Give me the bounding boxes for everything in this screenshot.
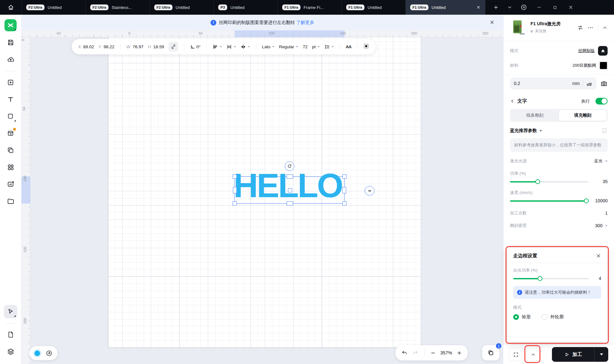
- radio-rectangle[interactable]: 矩形: [513, 314, 531, 320]
- power-slider[interactable]: [510, 179, 588, 184]
- collapse-settings-button[interactable]: [526, 348, 540, 361]
- resize-handle-w[interactable]: [233, 187, 237, 193]
- rotate-handle[interactable]: [285, 161, 294, 171]
- page-settings-button[interactable]: [4, 328, 17, 341]
- radio-outline[interactable]: 外轮廓: [542, 314, 564, 320]
- preset-label[interactable]: 蓝光推荐参数: [510, 128, 537, 134]
- tab-document-1[interactable]: F2 UltraUntitled: [21, 0, 85, 15]
- close-window-icon[interactable]: [568, 5, 573, 10]
- shape-tool-button[interactable]: [4, 110, 17, 123]
- zoom-out-icon[interactable]: [430, 350, 436, 356]
- thickness-input[interactable]: 0.2 mm A: [510, 77, 596, 89]
- tab-list-chevron-icon[interactable]: [507, 5, 512, 10]
- template-button[interactable]: [4, 127, 17, 140]
- distort-handle[interactable]: [365, 186, 374, 196]
- tab-document-2[interactable]: F2 UltraStainless...: [85, 0, 149, 15]
- screen-print-icon[interactable]: [598, 46, 608, 56]
- font-unit-select[interactable]: pt: [312, 44, 320, 49]
- outline-mode-button[interactable]: [363, 43, 369, 50]
- cloud-upload-button[interactable]: [4, 53, 17, 66]
- duplicate-tool-button[interactable]: [4, 143, 17, 157]
- h-value[interactable]: 18.59: [153, 44, 164, 49]
- frame-power-slider[interactable]: [513, 276, 589, 281]
- new-tab-icon[interactable]: [493, 4, 499, 10]
- process-button[interactable]: 加工: [552, 347, 608, 362]
- minimize-icon[interactable]: [537, 5, 542, 10]
- resize-handle-se[interactable]: [342, 201, 347, 205]
- lock-ratio-button[interactable]: [169, 42, 178, 51]
- w-value[interactable]: 76.97: [132, 44, 143, 49]
- resize-handle-s[interactable]: [287, 201, 293, 205]
- resize-handle-nw[interactable]: [233, 174, 237, 179]
- canvas-area[interactable]: -50 0 50 100 150 200 250 0 50 100 150 20…: [21, 30, 503, 364]
- x-value[interactable]: 89.02: [83, 44, 94, 49]
- dialog-close-icon[interactable]: [596, 253, 601, 259]
- tab-fill-engrave[interactable]: 填充雕刻: [559, 110, 607, 121]
- process-dropdown[interactable]: [594, 347, 608, 362]
- execute-toggle[interactable]: [595, 98, 608, 105]
- more-options-icon[interactable]: [587, 25, 594, 31]
- feedback-icon[interactable]: [521, 4, 527, 11]
- tab-document-5[interactable]: F1 UltraFrame Fi...: [277, 0, 341, 15]
- distribute-dropdown[interactable]: [227, 44, 236, 50]
- layer-list-button[interactable]: 1: [482, 345, 499, 360]
- mode-value-link[interactable]: 丝网制版: [578, 48, 595, 54]
- save-preset-icon[interactable]: [601, 128, 608, 134]
- notification-close-icon[interactable]: ✕: [490, 19, 494, 26]
- text-tool-button[interactable]: [4, 93, 17, 106]
- back-chevron-icon[interactable]: [510, 99, 515, 104]
- tab-document-4[interactable]: P3Untitled: [213, 0, 277, 15]
- switch-device-icon[interactable]: [577, 25, 583, 31]
- tab-document-7-active[interactable]: F1 UltraUntitled✕: [405, 0, 485, 15]
- camera-measure-icon[interactable]: [600, 80, 608, 87]
- zoom-in-icon[interactable]: [457, 350, 462, 356]
- center-anchor-handle[interactable]: [288, 188, 292, 192]
- undo-icon[interactable]: [401, 350, 408, 356]
- resize-handle-sw[interactable]: [233, 201, 237, 205]
- jump-arrow-icon[interactable]: [46, 350, 52, 357]
- collapse-panel-icon[interactable]: [602, 25, 608, 30]
- elements-button[interactable]: [4, 160, 17, 174]
- passes-value[interactable]: 1: [605, 211, 608, 216]
- layers-panel-button[interactable]: [4, 345, 17, 358]
- laser-spot-toggle[interactable]: [35, 351, 40, 356]
- resize-handle-n[interactable]: [287, 174, 293, 179]
- home-button[interactable]: [0, 0, 21, 15]
- xtool-logo[interactable]: [4, 19, 17, 31]
- density-value[interactable]: 300: [595, 223, 602, 228]
- zoom-level[interactable]: 357%: [440, 350, 452, 355]
- y-value[interactable]: 98.22: [104, 44, 115, 49]
- save-button[interactable]: [4, 36, 17, 49]
- tab-line-engrave[interactable]: 线条雕刻: [511, 110, 559, 121]
- frame-power-value[interactable]: 4: [594, 276, 601, 281]
- resize-handle-e[interactable]: [342, 187, 346, 193]
- speed-slider[interactable]: [510, 198, 588, 203]
- close-tab-icon[interactable]: ✕: [476, 5, 481, 10]
- learn-more-link[interactable]: 了解更多: [296, 20, 314, 26]
- device-card[interactable]: F1 Ultra激光房 未连接: [504, 15, 614, 39]
- material-value[interactable]: 200目聚酯网: [572, 63, 596, 68]
- material-swatch[interactable]: [599, 61, 608, 70]
- align-dropdown[interactable]: [212, 44, 222, 50]
- canvas-text[interactable]: HELLO: [234, 168, 342, 202]
- tab-document-3[interactable]: F2 UltraUntitled: [149, 0, 213, 15]
- measure-ruler-icon[interactable]: A: [586, 81, 593, 87]
- ai-image-button[interactable]: AI: [4, 177, 17, 191]
- select-tool-button[interactable]: [4, 305, 17, 318]
- line-spacing-dropdown[interactable]: [324, 44, 334, 50]
- selected-text-object[interactable]: HELLO: [235, 176, 345, 204]
- insert-button[interactable]: [4, 76, 17, 89]
- letter-case-button[interactable]: AA: [346, 44, 352, 49]
- flip-dropdown[interactable]: [241, 44, 250, 50]
- resize-handle-ne[interactable]: [342, 174, 347, 179]
- maximize-icon[interactable]: [553, 5, 557, 10]
- font-weight-select[interactable]: Regular: [279, 44, 298, 49]
- laser-source-value[interactable]: 蓝光: [594, 158, 602, 164]
- files-button[interactable]: [4, 194, 17, 208]
- rotation-control[interactable]: 0°: [190, 44, 201, 50]
- frame-preview-button[interactable]: [509, 348, 522, 361]
- tab-document-6[interactable]: F1 UltraUntitled: [341, 0, 405, 15]
- power-value[interactable]: 35: [593, 179, 608, 184]
- font-family-select[interactable]: Lato: [262, 44, 275, 49]
- font-size-value[interactable]: 72: [303, 44, 307, 49]
